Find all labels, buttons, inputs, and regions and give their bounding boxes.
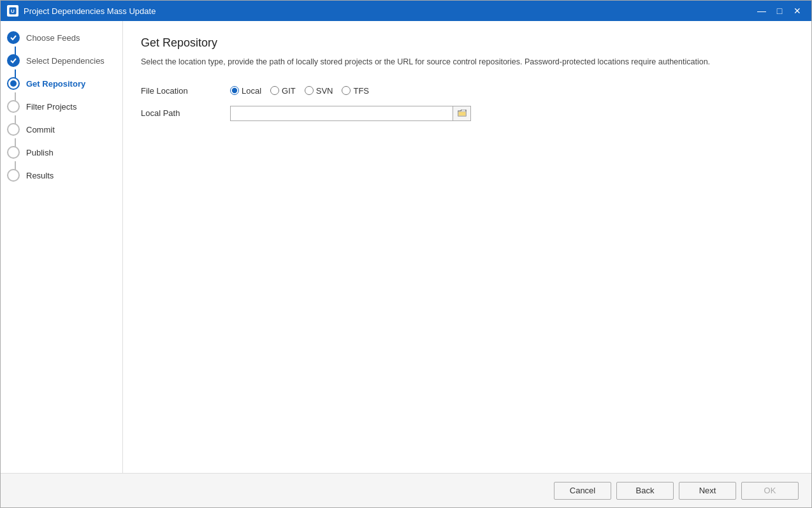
- radio-option-svn[interactable]: SVN: [305, 86, 333, 96]
- ok-button[interactable]: OK: [741, 482, 799, 500]
- radio-svn[interactable]: [305, 86, 314, 95]
- step-indicator-get-repository: [7, 77, 20, 90]
- step-label-select-dependencies: Select Dependencies: [26, 56, 105, 66]
- radio-tfs-label[interactable]: TFS: [353, 86, 369, 96]
- step-label-results: Results: [26, 171, 54, 180]
- footer: Cancel Back Next OK: [1, 473, 811, 507]
- path-input-container: [230, 106, 471, 121]
- radio-option-tfs[interactable]: TFS: [342, 86, 369, 96]
- step-label-choose-feeds: Choose Feeds: [26, 33, 80, 43]
- page-description: Select the location type, provide the pa…: [141, 56, 765, 68]
- step-label-commit: Commit: [26, 125, 55, 134]
- back-button[interactable]: Back: [616, 482, 674, 500]
- svg-rect-2: [458, 112, 466, 116]
- radio-svn-label[interactable]: SVN: [316, 86, 333, 96]
- sidebar-item-results[interactable]: Results: [1, 164, 122, 187]
- step-indicator-filter-projects: [7, 100, 20, 113]
- step-indicator-publish: [7, 146, 20, 159]
- sidebar-item-get-repository[interactable]: Get Repository: [1, 72, 122, 95]
- minimize-button[interactable]: —: [754, 3, 769, 18]
- step-label-publish: Publish: [26, 148, 54, 157]
- sidebar-item-publish[interactable]: Publish: [1, 141, 122, 164]
- step-indicator-results: [7, 169, 20, 182]
- folder-icon: [458, 110, 467, 117]
- local-path-label: Local Path: [141, 108, 230, 118]
- browse-button[interactable]: [453, 106, 471, 121]
- next-button[interactable]: Next: [679, 482, 736, 500]
- radio-option-local[interactable]: Local: [230, 86, 261, 96]
- titlebar: U Project Dependencies Mass Update — □ ✕: [1, 1, 811, 21]
- sidebar-item-commit[interactable]: Commit: [1, 118, 122, 141]
- local-path-input[interactable]: [230, 106, 453, 121]
- main-content: Choose Feeds Select Dependencies Get Rep…: [1, 21, 811, 473]
- radio-option-git[interactable]: GIT: [270, 86, 296, 96]
- maximize-button[interactable]: □: [772, 3, 787, 18]
- svg-text:U: U: [11, 8, 15, 14]
- radio-tfs[interactable]: [342, 86, 351, 95]
- file-location-label: File Location: [141, 86, 230, 96]
- titlebar-left: U Project Dependencies Mass Update: [7, 5, 156, 17]
- app-icon: U: [7, 5, 18, 17]
- window-title: Project Dependencies Mass Update: [24, 6, 156, 16]
- radio-local[interactable]: [230, 86, 239, 95]
- sidebar-item-filter-projects[interactable]: Filter Projects: [1, 95, 122, 118]
- sidebar: Choose Feeds Select Dependencies Get Rep…: [1, 21, 123, 473]
- radio-git[interactable]: [270, 86, 279, 95]
- step-indicator-commit: [7, 123, 20, 136]
- close-button[interactable]: ✕: [790, 3, 805, 18]
- step-indicator-select-dependencies: [7, 54, 20, 67]
- radio-local-label[interactable]: Local: [242, 86, 261, 96]
- page-title: Get Repository: [141, 36, 794, 50]
- step-indicator-choose-feeds: [7, 31, 20, 44]
- radio-git-label[interactable]: GIT: [282, 86, 296, 96]
- location-type-radio-group: Local GIT SVN TFS: [230, 86, 369, 96]
- window-controls: — □ ✕: [754, 3, 805, 18]
- file-location-row: File Location Local GIT SVN: [141, 86, 794, 96]
- sidebar-item-choose-feeds[interactable]: Choose Feeds: [1, 26, 122, 49]
- main-window: U Project Dependencies Mass Update — □ ✕…: [0, 0, 812, 508]
- step-label-get-repository: Get Repository: [26, 79, 85, 89]
- local-path-row: Local Path: [141, 106, 794, 121]
- content-area: Get Repository Select the location type,…: [123, 21, 811, 473]
- step-label-filter-projects: Filter Projects: [26, 102, 76, 112]
- cancel-button[interactable]: Cancel: [554, 482, 611, 500]
- sidebar-item-select-dependencies[interactable]: Select Dependencies: [1, 49, 122, 72]
